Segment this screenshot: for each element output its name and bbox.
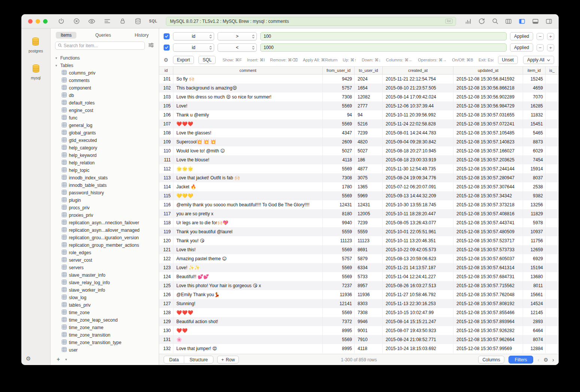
cell-to_user_id[interactable]: 7239 bbox=[355, 218, 383, 227]
cell-from_user_id[interactable]: 5569 bbox=[323, 335, 355, 344]
cell-id[interactable]: 116 bbox=[159, 200, 173, 209]
table-row[interactable]: 109Supercool💥 💥 💥260948202015-09-04 09:2… bbox=[159, 137, 559, 146]
cell-from_user_id[interactable]: 5757 bbox=[323, 83, 355, 92]
cell-item_id[interactable]: 16285 bbox=[523, 101, 546, 110]
cell-comment[interactable]: Ur legs are to die for🙌🏻💖 bbox=[173, 218, 323, 227]
cell-is_[interactable] bbox=[546, 146, 559, 155]
cell-id[interactable]: 101 bbox=[159, 75, 173, 83]
cell-is_[interactable] bbox=[546, 75, 559, 83]
cell-id[interactable]: 121 bbox=[159, 245, 173, 254]
cell-to_user_id[interactable]: 11123 bbox=[355, 236, 383, 245]
cell-item_id[interactable]: 6929 bbox=[523, 254, 546, 263]
cell-comment[interactable]: Would love to! @mith 😊 bbox=[173, 146, 323, 155]
sidebar-table-item[interactable]: db bbox=[51, 92, 159, 99]
table-row[interactable]: 128❤️❤️❤️556973082015-10-15 10:02:47.992… bbox=[159, 308, 559, 317]
cell-comment[interactable]: This background is amazing😍 bbox=[173, 83, 323, 92]
cell-item_id[interactable]: 15914 bbox=[523, 164, 546, 173]
tree-section-functions[interactable]: ▾ Functions bbox=[51, 54, 159, 62]
add-row-button[interactable]: + Row bbox=[217, 356, 239, 364]
cell-created_at[interactable]: 2015-11-27 10:58:46.792 bbox=[383, 290, 453, 299]
cell-created_at[interactable]: 2015-10-11 20:39:56.992 bbox=[383, 110, 453, 119]
sidebar-table-item[interactable]: replication_group_member_actions bbox=[51, 241, 159, 249]
cell-from_user_id[interactable]: 7372 bbox=[323, 317, 355, 326]
cell-created_at[interactable]: 2015-08-26 16:03:27.513 bbox=[383, 281, 453, 290]
add-item-dropdown[interactable]: ▾ bbox=[65, 358, 67, 361]
cell-from_user_id[interactable]: 1780 bbox=[323, 182, 355, 191]
cell-updated_at[interactable]: 2015-12-08 15:30:57.105485 bbox=[453, 128, 523, 137]
table-row[interactable]: 112🌟🌟🌟556948772015-11-30 12:54:49.735201… bbox=[159, 164, 559, 173]
cell-to_user_id[interactable]: 7308 bbox=[355, 308, 383, 317]
cell-item_id[interactable]: 13680 bbox=[523, 272, 546, 281]
cell-comment[interactable]: Love that jacket! Outfit is fab 🙌🏻 bbox=[173, 173, 323, 182]
cell-created_at[interactable]: 2015-08-14 15:15:21.247 bbox=[383, 317, 453, 326]
sidebar-table-item[interactable]: user bbox=[51, 346, 159, 354]
sidebar-table-item[interactable]: func bbox=[51, 114, 159, 122]
cell-item_id[interactable]: 2893 bbox=[523, 317, 546, 326]
column-header-item_id[interactable]: item_id bbox=[523, 67, 546, 74]
cell-from_user_id[interactable]: 5569 bbox=[323, 272, 355, 281]
sidebar-table-item[interactable]: replication_asyn...nnection_failover bbox=[51, 219, 159, 227]
cell-updated_at[interactable]: 2015-12-08 15:30:57.605037 bbox=[453, 254, 523, 263]
cell-from_user_id[interactable]: 5569 bbox=[323, 164, 355, 173]
cell-id[interactable]: 119 bbox=[159, 227, 173, 236]
sidebar-table-item[interactable]: proxies_priv bbox=[51, 212, 159, 219]
cell-to_user_id[interactable]: 9946 bbox=[355, 317, 383, 326]
cell-from_user_id[interactable]: 8995 bbox=[323, 326, 355, 335]
cell-id[interactable]: 102 bbox=[159, 83, 173, 92]
filter-applied-button[interactable]: Applied bbox=[510, 43, 533, 52]
sidebar-table-item[interactable]: gtid_executed bbox=[51, 137, 159, 144]
cell-is_[interactable] bbox=[546, 263, 559, 272]
cell-comment[interactable]: Amazing pastel theme 😊 bbox=[173, 254, 323, 263]
cell-updated_at[interactable]: 2015-12-08 15:30:57.480509 bbox=[453, 227, 523, 236]
cell-id[interactable]: 110 bbox=[159, 146, 173, 155]
cell-item_id[interactable]: 7070 bbox=[523, 92, 546, 101]
cell-to_user_id[interactable]: 1654 bbox=[355, 83, 383, 92]
cell-comment[interactable]: Love! ✨✨ bbox=[173, 263, 323, 272]
cell-to_user_id[interactable]: 6334 bbox=[355, 263, 383, 272]
toggle-left-sidebar-icon[interactable] bbox=[518, 18, 526, 25]
cell-created_at[interactable]: 2015-08-24 19:09:34.776 bbox=[383, 173, 453, 182]
cell-to_user_id[interactable]: 8303 bbox=[355, 299, 383, 308]
cell-comment[interactable]: Beautiful action shot! bbox=[173, 317, 323, 326]
cell-to_user_id[interactable]: 94 bbox=[355, 110, 383, 119]
cell-id[interactable]: 120 bbox=[159, 236, 173, 245]
cell-id[interactable]: 108 bbox=[159, 128, 173, 137]
connect-icon[interactable] bbox=[57, 18, 65, 25]
cell-to_user_id[interactable]: 8957 bbox=[355, 281, 383, 290]
cell-updated_at[interactable]: 2015-12-08 15:30:56.902289 bbox=[453, 92, 523, 101]
table-row[interactable]: 123Love! ✨✨556963342015-11-21 14:13:57.1… bbox=[159, 263, 559, 272]
table-row[interactable]: 126@Emily Thank you💃11936119362015-11-27… bbox=[159, 290, 559, 299]
cell-id[interactable]: 111 bbox=[159, 155, 173, 164]
refresh-icon[interactable] bbox=[478, 18, 485, 25]
remove-filter-button[interactable]: − bbox=[537, 33, 544, 40]
table-row[interactable]: 122Amazing pastel theme 😊575758792015-08… bbox=[159, 254, 559, 263]
table-row[interactable]: 124Beautiful!! 💕💕556957332015-11-04 12:2… bbox=[159, 272, 559, 281]
cell-updated_at[interactable]: 2015-12-08 15:30:57.031655 bbox=[453, 110, 523, 119]
cell-comment[interactable]: Love this! bbox=[173, 245, 323, 254]
cell-created_at[interactable]: 2015-10-24 18:15:03.692 bbox=[383, 344, 453, 353]
cell-from_user_id[interactable]: 2609 bbox=[323, 137, 355, 146]
cell-from_user_id[interactable]: 7308 bbox=[323, 92, 355, 101]
table-row[interactable]: 132Love that jumper! 😍899541182015-10-24… bbox=[159, 344, 559, 353]
cell-is_[interactable] bbox=[546, 326, 559, 335]
sidebar-table-item[interactable]: help_keyword bbox=[51, 152, 159, 159]
cell-created_at[interactable]: 2015-08-05 13:26:43.077 bbox=[383, 218, 453, 227]
sidebar-table-item[interactable]: password_history bbox=[51, 189, 159, 197]
cell-from_user_id[interactable]: 5569 bbox=[323, 263, 355, 272]
cell-to_user_id[interactable]: 12431 bbox=[355, 200, 383, 209]
add-filter-button[interactable]: + bbox=[547, 33, 554, 40]
sidebar-table-item[interactable]: innodb_index_stats bbox=[51, 174, 159, 182]
table-row[interactable]: 102This background is amazing😍5757165420… bbox=[159, 83, 559, 92]
cell-item_id[interactable]: 11829 bbox=[523, 209, 546, 218]
cell-updated_at[interactable]: 2015-12-08 15:30:57.280947 bbox=[453, 173, 523, 182]
filter-value-input[interactable] bbox=[260, 43, 507, 52]
connection-mysql[interactable]: mysql bbox=[31, 64, 40, 80]
cell-comment[interactable]: Love this photo! Your hair is gorgeous 😘… bbox=[173, 281, 323, 290]
cell-item_id[interactable]: 6464 bbox=[523, 326, 546, 335]
cell-created_at[interactable]: 2015-08-01 14:24:44.783 bbox=[383, 128, 453, 137]
rows-icon[interactable] bbox=[103, 18, 111, 25]
table-row[interactable]: 101So fly 🙌🏻942920242015-11-21 22:12:54.… bbox=[159, 75, 559, 83]
cell-id[interactable]: 131 bbox=[159, 335, 173, 344]
cell-comment[interactable]: So fly 🙌🏻 bbox=[173, 75, 323, 83]
cell-id[interactable]: 106 bbox=[159, 110, 173, 119]
